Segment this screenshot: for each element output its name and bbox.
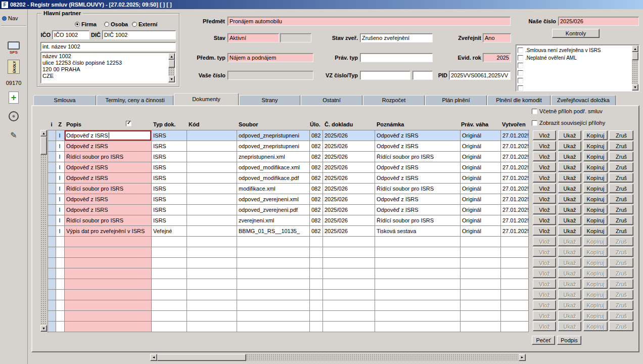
cell-soubor[interactable] xyxy=(237,311,310,322)
cell-vaha[interactable] xyxy=(461,311,501,322)
row-zrus-button[interactable]: Zruš xyxy=(609,130,633,140)
cell-vaha[interactable] xyxy=(461,268,501,279)
cell-soubor[interactable]: modifikace.xml xyxy=(237,184,310,194)
cell-typ[interactable] xyxy=(152,268,187,279)
cell-popis[interactable] xyxy=(65,258,152,268)
cell-vaha[interactable] xyxy=(461,322,501,332)
row-vloz-button[interactable]: Vlož xyxy=(533,226,556,236)
cell-popis[interactable]: Řídící soubor pro ISRS xyxy=(65,152,152,162)
cell-poznamka[interactable] xyxy=(375,311,461,322)
komodita-button[interactable] xyxy=(4,111,24,121)
cell-vaha[interactable]: Originál xyxy=(461,162,501,173)
row-kopiruj-button[interactable]: Kopíruj xyxy=(583,205,608,214)
scroll-down-icon[interactable]: ▼ xyxy=(168,76,175,82)
cell-poznamka[interactable]: Řídící soubor pro ISRS xyxy=(375,152,461,162)
kontroly-button[interactable]: Kontroly xyxy=(552,29,600,38)
cell-soubor[interactable] xyxy=(237,258,310,268)
pecet-button[interactable]: Pečeť xyxy=(532,336,555,345)
cell-popis[interactable] xyxy=(65,237,152,247)
cell-poznamka[interactable]: Odpověď z ISRS xyxy=(375,173,461,184)
row-vloz-button[interactable]: Vlož xyxy=(533,130,556,140)
brush-button[interactable]: ✎ xyxy=(4,130,24,141)
cell-doklad[interactable]: 2025/026 xyxy=(323,184,375,194)
kontroly-scrollbar[interactable]: ▲ ▼ xyxy=(632,46,638,90)
cell-soubor[interactable]: odpoved_zverejneni.xml xyxy=(237,194,310,205)
cell-popis[interactable]: Odpověď z ISRS xyxy=(65,130,152,141)
cell-popis[interactable]: Odpověď z ISRS xyxy=(65,173,152,184)
cell-kod[interactable] xyxy=(187,290,237,300)
cell-vytvoren[interactable] xyxy=(501,300,529,311)
cell-popis[interactable] xyxy=(65,290,152,300)
podpis-button[interactable]: Podpis xyxy=(557,336,581,345)
cell-vytvoren[interactable]: 27.01.2025 xyxy=(501,194,529,205)
cell-soubor[interactable]: odpoved_zverejneni.pdf xyxy=(237,205,310,215)
cell-soubor[interactable] xyxy=(237,247,310,258)
row-zrus-button[interactable]: Zruš xyxy=(609,194,633,204)
partner-address-box[interactable]: název 1002ulice 12253 číslo popisné 1225… xyxy=(40,52,176,83)
pid-field[interactable]: 2025VVS0061,2025VV xyxy=(449,71,511,80)
row-vloz-button[interactable]: Vlož xyxy=(533,141,556,151)
cell-kod[interactable] xyxy=(187,311,237,322)
cell-poznamka[interactable] xyxy=(375,237,461,247)
cell-popis[interactable]: Výpis dat pro zveřejnění v ISRS xyxy=(65,226,152,237)
cell-popis[interactable]: Řídící soubor pro ISRS xyxy=(65,215,152,226)
kontrola-checkbox[interactable] xyxy=(518,63,523,68)
cell-ulo[interactable]: 082 xyxy=(310,152,323,162)
cell-soubor[interactable] xyxy=(237,268,310,279)
row-vloz-button[interactable]: Vlož xyxy=(533,205,556,214)
scroll-trough[interactable] xyxy=(40,136,47,325)
cell-poznamka[interactable]: Odpověď z ISRS xyxy=(375,194,461,205)
row-kopiruj-button[interactable]: Kopíruj xyxy=(583,162,608,172)
cell-popis[interactable] xyxy=(65,300,152,311)
row-vloz-button[interactable]: Vlož xyxy=(533,194,556,204)
cell-ulo[interactable]: 082 xyxy=(310,184,323,194)
cell-kod[interactable] xyxy=(187,247,237,258)
cell-soubor[interactable]: odpoved_znepristupneni xyxy=(237,141,310,152)
cell-kod[interactable] xyxy=(187,184,237,194)
cell-ulo[interactable] xyxy=(310,237,323,247)
cell-typ[interactable] xyxy=(152,300,187,311)
cell-typ[interactable] xyxy=(152,237,187,247)
cell-kod[interactable] xyxy=(187,237,237,247)
row-zrus-button[interactable]: Zruš xyxy=(609,226,633,236)
cell-vytvoren[interactable] xyxy=(501,322,529,332)
cell-typ[interactable]: ISRS xyxy=(152,173,187,184)
zobrazit-souvisejici-checkbox[interactable] xyxy=(532,120,537,126)
cell-z[interactable]: I xyxy=(56,162,65,173)
cell-poznamka[interactable]: Odpověď z ISRS xyxy=(375,130,461,141)
address-scrollbar[interactable]: ▲ ▼ xyxy=(168,53,175,82)
vscroll-thumb[interactable] xyxy=(40,136,47,155)
cell-doklad[interactable] xyxy=(323,247,375,258)
cell-popis[interactable]: Odpověď z ISRS xyxy=(65,194,152,205)
add-button[interactable]: + xyxy=(4,92,24,104)
cell-vaha[interactable] xyxy=(461,247,501,258)
cell-ulo[interactable] xyxy=(310,311,323,322)
cell-typ[interactable]: Veřejné xyxy=(152,226,187,237)
cell-vaha[interactable]: Originál xyxy=(461,173,501,184)
row-ukaz-button[interactable]: Ukaž xyxy=(558,194,581,204)
cell-ulo[interactable] xyxy=(310,258,323,268)
cell-vaha[interactable]: Originál xyxy=(461,130,501,141)
cell-vaha[interactable] xyxy=(461,237,501,247)
cell-vytvoren[interactable]: 27.01.2025 xyxy=(501,141,529,152)
cell-poznamka[interactable]: Řídící soubor pro ISRS xyxy=(375,184,461,194)
cell-soubor[interactable]: zverejneni.xml xyxy=(237,215,310,226)
ukoly-button[interactable]: ÚKOLY xyxy=(4,60,24,74)
cell-z[interactable] xyxy=(56,322,65,332)
cell-poznamka[interactable]: Odpověď z ISRS xyxy=(375,162,461,173)
dic-field[interactable]: DIČ 1002 xyxy=(102,30,176,39)
row-vloz-button[interactable]: Vlož xyxy=(533,152,556,161)
cell-typ[interactable] xyxy=(152,258,187,268)
cell-ulo[interactable] xyxy=(310,322,323,332)
cell-kod[interactable] xyxy=(187,322,237,332)
row-ukaz-button[interactable]: Ukaž xyxy=(558,184,581,193)
kontrola-checkbox[interactable] xyxy=(518,48,523,53)
cell-typ[interactable]: ISRS xyxy=(152,184,187,194)
tab-rozpocet[interactable]: Rozpočet xyxy=(363,95,425,105)
cell-doklad[interactable] xyxy=(323,290,375,300)
row-vloz-button[interactable]: Vlož xyxy=(533,184,556,193)
kontrola-checkbox[interactable] xyxy=(518,55,523,61)
tab-dokumenty[interactable]: Dokumenty xyxy=(174,93,239,105)
radio-firma[interactable]: Firma xyxy=(75,21,97,27)
cell-soubor[interactable]: odpoved_modifikace.pdf xyxy=(237,173,310,184)
